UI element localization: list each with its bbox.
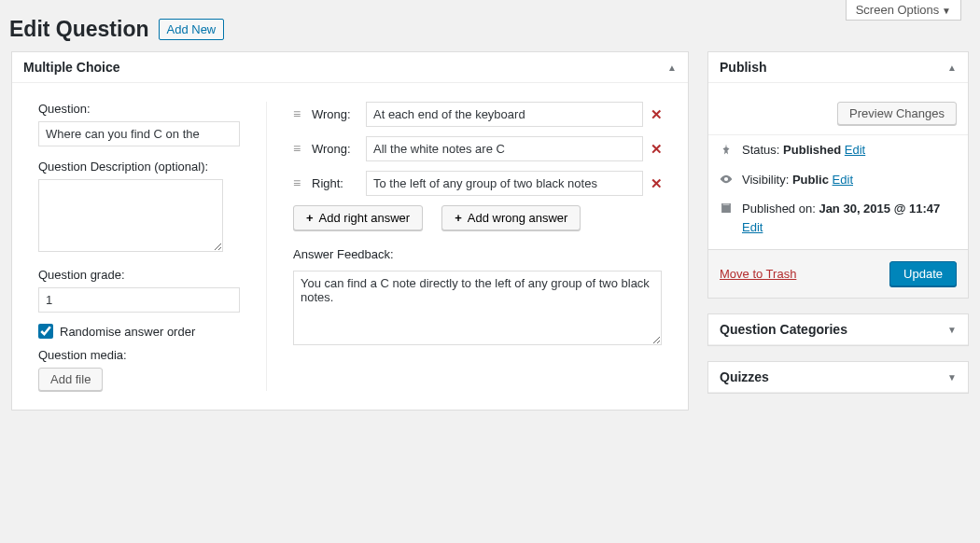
question-input[interactable]: [38, 121, 240, 146]
answer-row: Right: ✕: [293, 171, 662, 196]
drag-handle-icon[interactable]: [293, 113, 304, 116]
description-label: Question Description (optional):: [38, 160, 240, 174]
multiple-choice-panel: Multiple Choice ▲ Question: Question Des…: [11, 51, 689, 411]
randomise-checkbox[interactable]: [38, 324, 53, 339]
question-categories-panel: Question Categories ▼: [707, 313, 969, 346]
randomise-label: Randomise answer order: [60, 325, 195, 339]
eye-icon: [720, 173, 733, 186]
media-label: Question media:: [38, 348, 240, 362]
update-button[interactable]: Update: [889, 261, 957, 286]
visibility-text: Visibility: Public Edit: [742, 171, 957, 189]
page-title: Edit Question: [9, 17, 149, 42]
published-on-text: Published on: Jan 30, 2015 @ 11:47Edit: [742, 200, 957, 236]
question-categories-header[interactable]: Question Categories ▼: [708, 314, 968, 345]
multiple-choice-header[interactable]: Multiple Choice ▲: [12, 52, 688, 83]
preview-changes-button[interactable]: Preview Changes: [837, 102, 957, 125]
answer-input[interactable]: [366, 136, 643, 161]
edit-visibility-link[interactable]: Edit: [833, 173, 853, 187]
grade-input[interactable]: [38, 287, 240, 313]
plus-icon: +: [306, 211, 314, 225]
move-to-trash-link[interactable]: Move to Trash: [720, 267, 796, 281]
grade-label: Question grade:: [38, 268, 240, 282]
publish-heading: Publish: [720, 60, 767, 75]
calendar-icon: [720, 202, 733, 215]
status-text: Status: Published Edit: [742, 141, 957, 160]
answer-type-label: Right:: [312, 176, 358, 190]
answer-input[interactable]: [366, 171, 643, 196]
remove-answer-icon[interactable]: ✕: [651, 175, 662, 192]
publish-header[interactable]: Publish ▲: [708, 52, 968, 83]
answer-type-label: Wrong:: [312, 107, 358, 121]
add-file-button[interactable]: Add file: [38, 368, 103, 391]
expand-icon[interactable]: ▼: [947, 372, 957, 383]
edit-status-link[interactable]: Edit: [845, 143, 865, 157]
screen-options-button[interactable]: Screen Options: [846, 0, 961, 21]
answer-input[interactable]: [366, 102, 643, 127]
drag-handle-icon[interactable]: [293, 182, 304, 185]
answer-row: Wrong: ✕: [293, 102, 662, 127]
quizzes-heading: Quizzes: [720, 369, 769, 384]
drag-handle-icon[interactable]: [293, 147, 304, 150]
add-new-button[interactable]: Add New: [159, 19, 225, 40]
remove-answer-icon[interactable]: ✕: [651, 106, 662, 123]
feedback-textarea[interactable]: You can find a C note directly to the le…: [293, 271, 662, 345]
remove-answer-icon[interactable]: ✕: [651, 141, 662, 158]
quizzes-panel: Quizzes ▼: [707, 361, 969, 394]
collapse-icon[interactable]: ▲: [667, 63, 677, 73]
plus-icon: +: [455, 211, 462, 225]
publish-panel: Publish ▲ Preview Changes Status: Publis…: [707, 51, 969, 299]
quizzes-header[interactable]: Quizzes ▼: [708, 362, 968, 393]
add-right-answer-button[interactable]: +Add right answer: [293, 205, 423, 230]
feedback-label: Answer Feedback:: [293, 247, 662, 261]
answer-type-label: Wrong:: [312, 142, 358, 156]
question-categories-heading: Question Categories: [720, 322, 847, 337]
add-wrong-answer-button[interactable]: +Add wrong answer: [441, 205, 581, 230]
edit-date-link[interactable]: Edit: [742, 220, 763, 234]
question-label: Question:: [38, 102, 240, 116]
collapse-icon[interactable]: ▲: [947, 63, 957, 73]
description-textarea[interactable]: [38, 179, 223, 252]
answer-row: Wrong: ✕: [293, 136, 662, 161]
multiple-choice-heading: Multiple Choice: [23, 60, 119, 75]
pin-icon: [720, 143, 733, 156]
expand-icon[interactable]: ▼: [947, 325, 957, 335]
